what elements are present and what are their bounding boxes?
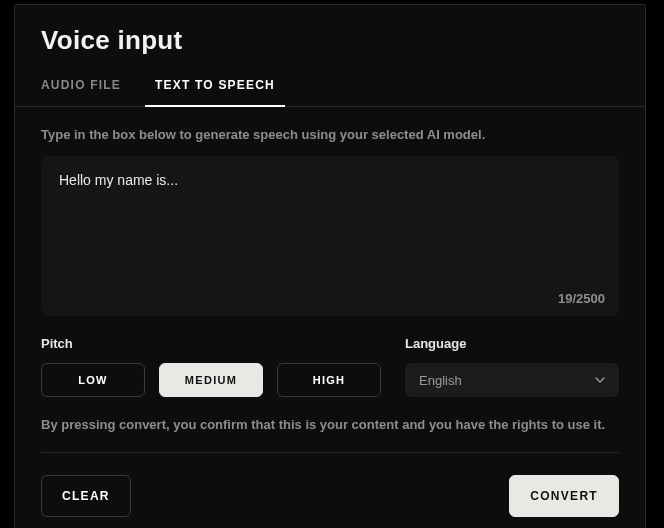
tab-audio-file[interactable]: AUDIO FILE xyxy=(41,70,121,106)
tab-text-to-speech[interactable]: TEXT TO SPEECH xyxy=(155,70,275,106)
pitch-low-button[interactable]: LOW xyxy=(41,363,145,397)
pitch-medium-button[interactable]: MEDIUM xyxy=(159,363,263,397)
disclaimer-text: By pressing convert, you confirm that th… xyxy=(41,417,619,453)
pitch-high-button[interactable]: HIGH xyxy=(277,363,381,397)
language-selected-value: English xyxy=(419,373,462,388)
convert-button[interactable]: CONVERT xyxy=(509,475,619,517)
language-group: Language English xyxy=(405,336,619,397)
page-title: Voice input xyxy=(41,25,619,56)
clear-button[interactable]: CLEAR xyxy=(41,475,131,517)
speech-text-input[interactable] xyxy=(41,156,619,316)
language-label: Language xyxy=(405,336,619,351)
char-counter: 19/2500 xyxy=(558,291,605,306)
tabs: AUDIO FILE TEXT TO SPEECH xyxy=(15,70,645,107)
pitch-group: Pitch LOW MEDIUM HIGH xyxy=(41,336,381,397)
instruction-text: Type in the box below to generate speech… xyxy=(41,127,619,142)
pitch-label: Pitch xyxy=(41,336,381,351)
language-select[interactable]: English xyxy=(405,363,619,397)
chevron-down-icon xyxy=(595,375,605,385)
text-input-container: 19/2500 xyxy=(41,156,619,316)
